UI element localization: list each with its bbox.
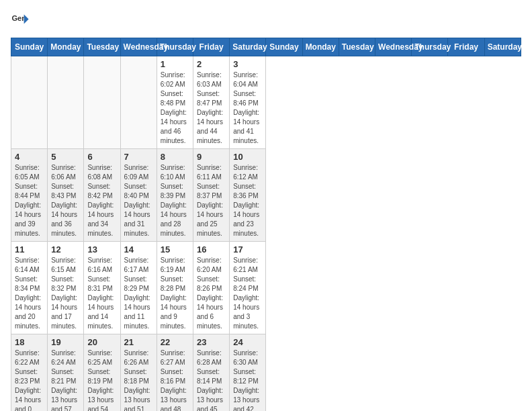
day-header-saturday: Saturday (484, 38, 521, 56)
day-number: 10 (233, 152, 262, 162)
calendar-cell: 17Sunrise: 6:21 AM Sunset: 8:24 PM Dayli… (230, 242, 266, 334)
day-info: Sunrise: 6:22 AM Sunset: 8:23 PM Dayligh… (15, 349, 44, 411)
day-number: 22 (161, 337, 189, 347)
day-info: Sunrise: 6:03 AM Sunset: 8:47 PM Dayligh… (197, 71, 226, 146)
calendar-cell: 10Sunrise: 6:12 AM Sunset: 8:36 PM Dayli… (230, 149, 266, 242)
day-info: Sunrise: 6:16 AM Sunset: 8:31 PM Dayligh… (87, 256, 116, 331)
calendar-cell (84, 56, 120, 149)
day-header-friday: Friday (448, 38, 484, 56)
day-number: 19 (51, 337, 80, 347)
day-info: Sunrise: 6:20 AM Sunset: 8:26 PM Dayligh… (197, 256, 226, 331)
day-number: 3 (233, 59, 262, 69)
calendar-cell: 14Sunrise: 6:17 AM Sunset: 8:29 PM Dayli… (120, 242, 157, 334)
day-header-tuesday: Tuesday (339, 38, 375, 56)
calendar-cell: 11Sunrise: 6:14 AM Sunset: 8:34 PM Dayli… (11, 242, 48, 334)
day-number: 11 (15, 244, 44, 255)
day-info: Sunrise: 6:17 AM Sunset: 8:29 PM Dayligh… (124, 256, 153, 331)
day-number: 14 (124, 244, 153, 255)
day-info: Sunrise: 6:28 AM Sunset: 8:14 PM Dayligh… (197, 349, 226, 411)
day-header-sunday: Sunday (266, 38, 302, 56)
day-header-thursday: Thursday (157, 38, 193, 56)
day-info: Sunrise: 6:11 AM Sunset: 8:37 PM Dayligh… (197, 163, 226, 238)
day-info: Sunrise: 6:12 AM Sunset: 8:36 PM Dayligh… (233, 163, 262, 238)
day-number: 2 (197, 59, 226, 69)
day-info: Sunrise: 6:25 AM Sunset: 8:19 PM Dayligh… (87, 349, 116, 411)
day-info: Sunrise: 6:24 AM Sunset: 8:21 PM Dayligh… (51, 349, 80, 411)
calendar-cell: 20Sunrise: 6:25 AM Sunset: 8:19 PM Dayli… (84, 334, 120, 412)
calendar-cell: 24Sunrise: 6:30 AM Sunset: 8:12 PM Dayli… (230, 334, 266, 412)
calendar-cell: 23Sunrise: 6:28 AM Sunset: 8:14 PM Dayli… (193, 334, 230, 412)
calendar-header-row: SundayMondayTuesdayWednesdayThursdayFrid… (11, 38, 521, 56)
calendar-cell (120, 56, 157, 149)
calendar-table: SundayMondayTuesdayWednesdayThursdayFrid… (11, 38, 521, 411)
calendar-cell (48, 56, 84, 149)
calendar-cell: 2Sunrise: 6:03 AM Sunset: 8:47 PM Daylig… (193, 56, 230, 149)
day-info: Sunrise: 6:21 AM Sunset: 8:24 PM Dayligh… (233, 256, 262, 331)
day-info: Sunrise: 6:14 AM Sunset: 8:34 PM Dayligh… (15, 256, 44, 331)
day-info: Sunrise: 6:09 AM Sunset: 8:40 PM Dayligh… (124, 163, 153, 238)
day-header-monday: Monday (48, 38, 84, 56)
calendar-cell: 1Sunrise: 6:02 AM Sunset: 8:48 PM Daylig… (157, 56, 193, 149)
calendar-cell: 18Sunrise: 6:22 AM Sunset: 8:23 PM Dayli… (11, 334, 48, 412)
day-info: Sunrise: 6:04 AM Sunset: 8:46 PM Dayligh… (233, 71, 262, 146)
day-number: 21 (124, 337, 153, 347)
day-number: 6 (87, 152, 116, 162)
calendar-cell: 22Sunrise: 6:27 AM Sunset: 8:16 PM Dayli… (157, 334, 193, 412)
day-number: 15 (161, 244, 189, 255)
day-number: 7 (124, 152, 153, 162)
calendar-cell: 4Sunrise: 6:05 AM Sunset: 8:44 PM Daylig… (11, 149, 48, 242)
calendar-cell: 5Sunrise: 6:06 AM Sunset: 8:43 PM Daylig… (48, 149, 84, 242)
day-info: Sunrise: 6:15 AM Sunset: 8:32 PM Dayligh… (51, 256, 80, 331)
calendar-cell: 12Sunrise: 6:15 AM Sunset: 8:32 PM Dayli… (48, 242, 84, 334)
logo: Gen (11, 11, 32, 30)
day-info: Sunrise: 6:26 AM Sunset: 8:18 PM Dayligh… (124, 349, 153, 411)
day-number: 1 (161, 59, 189, 69)
day-info: Sunrise: 6:06 AM Sunset: 8:43 PM Dayligh… (51, 163, 80, 238)
calendar-cell: 21Sunrise: 6:26 AM Sunset: 8:18 PM Dayli… (120, 334, 157, 412)
calendar-cell: 6Sunrise: 6:08 AM Sunset: 8:42 PM Daylig… (84, 149, 120, 242)
day-info: Sunrise: 6:02 AM Sunset: 8:48 PM Dayligh… (161, 71, 189, 146)
day-number: 5 (51, 152, 80, 162)
day-number: 13 (87, 244, 116, 255)
day-header-sunday: Sunday (11, 38, 48, 56)
day-number: 18 (15, 337, 44, 347)
calendar-cell: 9Sunrise: 6:11 AM Sunset: 8:37 PM Daylig… (193, 149, 230, 242)
logo-icon: Gen (11, 11, 30, 30)
calendar-cell (11, 56, 48, 149)
day-header-wednesday: Wednesday (375, 38, 412, 56)
calendar-week-row: 1Sunrise: 6:02 AM Sunset: 8:48 PM Daylig… (11, 56, 521, 149)
day-info: Sunrise: 6:08 AM Sunset: 8:42 PM Dayligh… (87, 163, 116, 238)
calendar-cell: 7Sunrise: 6:09 AM Sunset: 8:40 PM Daylig… (120, 149, 157, 242)
day-number: 24 (233, 337, 262, 347)
day-info: Sunrise: 6:27 AM Sunset: 8:16 PM Dayligh… (161, 349, 189, 411)
day-number: 8 (161, 152, 189, 162)
calendar-cell: 19Sunrise: 6:24 AM Sunset: 8:21 PM Dayli… (48, 334, 84, 412)
day-header-friday: Friday (193, 38, 230, 56)
day-header-saturday: Saturday (230, 38, 266, 56)
day-number: 23 (197, 337, 226, 347)
calendar-week-row: 11Sunrise: 6:14 AM Sunset: 8:34 PM Dayli… (11, 242, 521, 334)
calendar-cell: 16Sunrise: 6:20 AM Sunset: 8:26 PM Dayli… (193, 242, 230, 334)
day-header-tuesday: Tuesday (84, 38, 120, 56)
day-number: 16 (197, 244, 226, 255)
calendar-cell: 13Sunrise: 6:16 AM Sunset: 8:31 PM Dayli… (84, 242, 120, 334)
day-header-wednesday: Wednesday (120, 38, 157, 56)
day-number: 9 (197, 152, 226, 162)
day-info: Sunrise: 6:10 AM Sunset: 8:39 PM Dayligh… (161, 163, 189, 238)
day-header-monday: Monday (302, 38, 339, 56)
calendar-week-row: 4Sunrise: 6:05 AM Sunset: 8:44 PM Daylig… (11, 149, 521, 242)
day-number: 17 (233, 244, 262, 255)
day-number: 4 (15, 152, 44, 162)
page-header: Gen (11, 11, 521, 30)
calendar-week-row: 18Sunrise: 6:22 AM Sunset: 8:23 PM Dayli… (11, 334, 521, 412)
calendar-cell: 15Sunrise: 6:19 AM Sunset: 8:28 PM Dayli… (157, 242, 193, 334)
day-header-thursday: Thursday (412, 38, 448, 56)
calendar-cell: 3Sunrise: 6:04 AM Sunset: 8:46 PM Daylig… (230, 56, 266, 149)
day-number: 20 (87, 337, 116, 347)
calendar-cell: 8Sunrise: 6:10 AM Sunset: 8:39 PM Daylig… (157, 149, 193, 242)
day-number: 12 (51, 244, 80, 255)
day-info: Sunrise: 6:05 AM Sunset: 8:44 PM Dayligh… (15, 163, 44, 238)
day-info: Sunrise: 6:30 AM Sunset: 8:12 PM Dayligh… (233, 349, 262, 411)
day-info: Sunrise: 6:19 AM Sunset: 8:28 PM Dayligh… (161, 256, 189, 331)
